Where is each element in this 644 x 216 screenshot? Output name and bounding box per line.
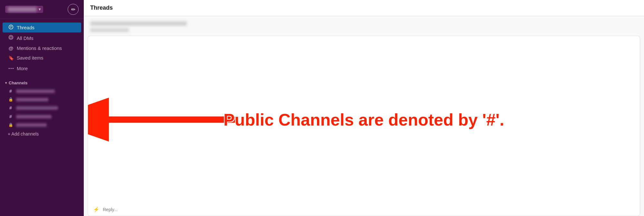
reply-bar: ⚡ (88, 203, 640, 216)
mentions-label: Mentions & reactions (17, 45, 62, 51)
channel-hash-icon-3: # (8, 105, 14, 110)
channel-name-3 (16, 106, 58, 110)
svg-point-2 (10, 36, 12, 38)
threads-content: Public Channels are denoted by '#'. ⚡ (84, 16, 644, 216)
all-dms-label: All DMs (17, 35, 34, 41)
saved-label: Saved items (17, 55, 43, 61)
thread-main-content: Public Channels are denoted by '#'. (88, 36, 640, 203)
more-label: More (17, 66, 28, 71)
threads-label: Threads (17, 25, 34, 30)
channel-name-5 (16, 123, 47, 127)
channel-item-4[interactable]: # (3, 112, 81, 121)
sidebar-header: ▾ ✏ (0, 0, 84, 19)
svg-point-0 (9, 25, 13, 29)
main-content-area: Threads Public Channels are denoted (84, 0, 644, 216)
page-title: Threads (90, 5, 113, 11)
blurred-line-2 (90, 28, 129, 32)
sidebar-nav: Threads All DMs @ Mentions & reactions 🔖… (0, 19, 84, 77)
annotation-text: Public Channels are denoted by '#'. (217, 104, 511, 136)
more-icon: ⋯ (8, 65, 14, 72)
channel-name-4 (16, 115, 52, 118)
channel-lock-icon-5: 🔒 (8, 123, 14, 127)
channel-hash-icon-1: # (8, 89, 14, 94)
workspace-name[interactable]: ▾ (5, 6, 43, 13)
channel-item-5[interactable]: 🔒 (3, 121, 81, 129)
channel-item-3[interactable]: # (3, 104, 81, 112)
blurred-line-1 (90, 21, 187, 26)
compose-button[interactable]: ✏ (68, 4, 79, 15)
lightning-icon: ⚡ (93, 206, 100, 212)
channel-lock-icon-2: 🔒 (8, 97, 14, 102)
channel-item-2[interactable]: 🔒 (3, 96, 81, 103)
mentions-icon: @ (8, 45, 14, 51)
workspace-dropdown-icon[interactable]: ▾ (39, 7, 41, 12)
sidebar-item-saved[interactable]: 🔖 Saved items (3, 53, 81, 62)
channels-section-label: Channels (9, 80, 28, 85)
workspace-name-blurred (8, 7, 37, 12)
channel-name-1 (16, 89, 55, 93)
channel-hash-icon-4: # (8, 114, 14, 119)
compose-icon: ✏ (71, 6, 75, 13)
channel-name-2 (16, 98, 48, 101)
saved-icon: 🔖 (8, 55, 14, 61)
sidebar-item-threads[interactable]: Threads (3, 23, 81, 33)
channels-collapse-icon: ▾ (5, 81, 7, 85)
add-channels-label: + Add channels (8, 131, 39, 136)
sidebar-item-all-dms[interactable]: All DMs (3, 33, 81, 43)
svg-point-1 (9, 35, 13, 40)
sidebar-item-mentions[interactable]: @ Mentions & reactions (3, 43, 81, 53)
threads-icon (8, 24, 14, 31)
blurred-header-area (84, 16, 644, 36)
sidebar: ▾ ✏ Threads All DMs @ Mentions & reactio… (0, 0, 84, 216)
reply-input[interactable] (103, 207, 635, 212)
channels-section-header[interactable]: ▾ Channels (0, 77, 84, 87)
channels-list: # 🔒 # # 🔒 (0, 87, 84, 129)
sidebar-item-more[interactable]: ⋯ More (3, 63, 81, 74)
channel-item-1[interactable]: # (3, 87, 81, 95)
thread-area: Public Channels are denoted by '#'. (88, 36, 640, 203)
dms-icon (8, 35, 14, 41)
add-channels-button[interactable]: + Add channels (3, 129, 81, 138)
main-header: Threads (84, 0, 644, 16)
